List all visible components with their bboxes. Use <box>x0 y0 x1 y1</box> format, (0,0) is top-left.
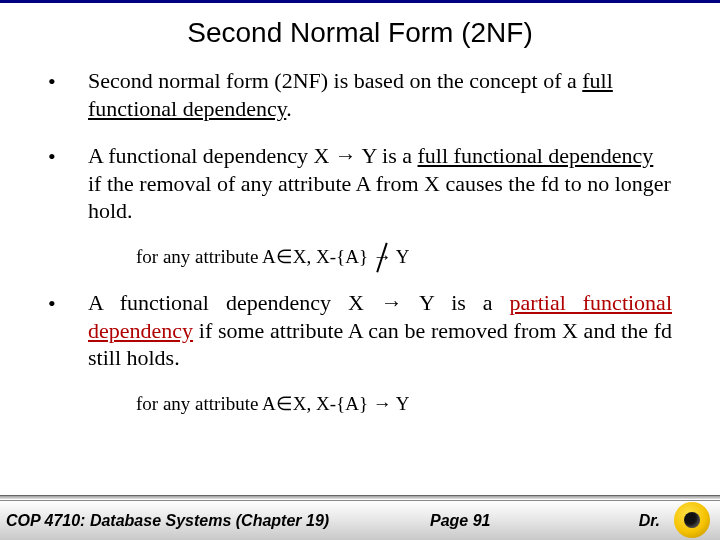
footer-divider <box>0 495 720 499</box>
bullet-mark: • <box>48 67 88 122</box>
bullet-mark: • <box>48 289 88 372</box>
bullet-item: • A functional dependency X → Y is a ful… <box>48 142 672 225</box>
text-run: if the removal of any attribute A from X… <box>88 171 671 224</box>
bullet-text: A functional dependency X → Y is a parti… <box>88 289 672 372</box>
bullet-text: Second normal form (2NF) is based on the… <box>88 67 672 122</box>
footer-course: COP 4710: Database Systems (Chapter 19) <box>0 512 329 530</box>
text-run: A functional dependency X → Y is a <box>88 290 510 315</box>
bullet-item: • Second normal form (2NF) is based on t… <box>48 67 672 122</box>
text-run: . <box>286 96 292 121</box>
slide-body: • Second normal form (2NF) is based on t… <box>0 67 720 416</box>
text-run: Y <box>392 246 410 267</box>
sub-line: for any attribute A∈X, X-{A} → Y <box>136 245 672 270</box>
sub-line: for any attribute A∈X, X-{A} → Y <box>136 392 672 417</box>
bullet-mark: • <box>48 142 88 225</box>
ucf-logo-icon <box>674 502 710 538</box>
not-arrow-icon: → <box>373 245 392 270</box>
bullet-item: • A functional dependency X → Y is a par… <box>48 289 672 372</box>
footer-page: Page 91 <box>430 512 490 530</box>
text-run-underline: full functional dependency <box>418 143 654 168</box>
text-run: for any attribute A∈X, X-{A} <box>136 246 373 267</box>
slide-footer: COP 4710: Database Systems (Chapter 19) … <box>0 500 720 540</box>
footer-author: Dr. <box>639 512 660 530</box>
slide-title: Second Normal Form (2NF) <box>0 3 720 67</box>
text-run: A functional dependency X → Y is a <box>88 143 418 168</box>
text-run: Second normal form (2NF) is based on the… <box>88 68 582 93</box>
bullet-text: A functional dependency X → Y is a full … <box>88 142 672 225</box>
